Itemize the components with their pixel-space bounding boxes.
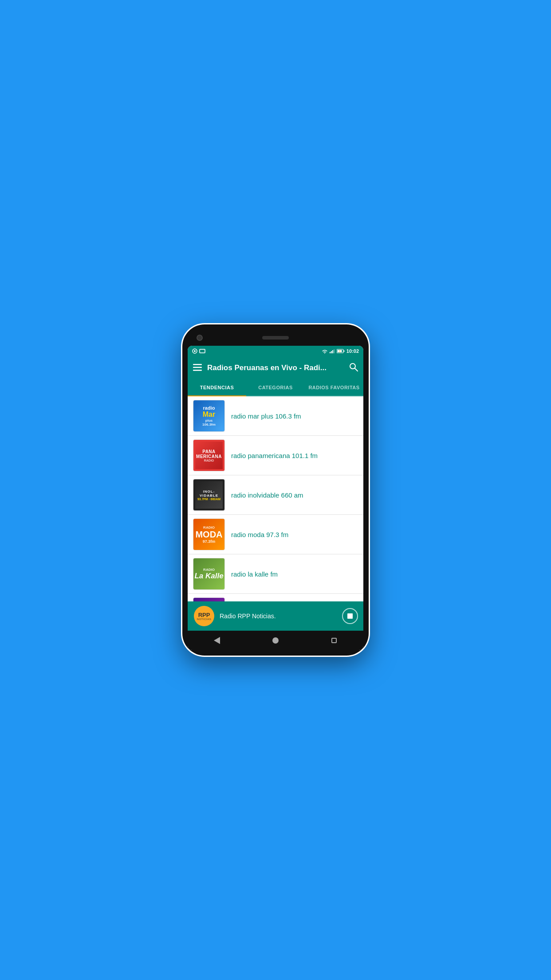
svg-rect-4 — [330, 352, 331, 353]
tab-radios-favoritas[interactable]: RADIOS FAVORITAS — [305, 379, 363, 395]
svg-rect-5 — [331, 351, 332, 353]
radio-name: radio inolvidable 660 am — [231, 491, 303, 499]
recents-icon — [331, 638, 337, 643]
list-item[interactable]: RADIO La Kalle radio la kalle fm — [188, 554, 363, 594]
back-icon — [214, 637, 220, 644]
radio-logo-moda: RADIO MODA 97.3fm — [193, 518, 225, 550]
status-left — [192, 348, 205, 354]
svg-rect-6 — [332, 350, 333, 353]
sim-icon — [199, 349, 205, 353]
speaker — [262, 336, 289, 340]
radio-list: radio Mar plus 106.3fm radio mar plus 10… — [188, 396, 363, 601]
now-playing-bar[interactable]: RPP NOTICIAS Radio RPP Noticias. — [188, 601, 363, 631]
wifi-icon — [322, 349, 328, 354]
svg-rect-12 — [193, 364, 202, 365]
list-item[interactable]: RADIO MODA 97.3fm radio moda 97.3 fm — [188, 515, 363, 554]
tab-categorias[interactable]: CATEGORIAS — [246, 379, 305, 395]
list-item[interactable]: radio Mar plus 106.3fm radio mar plus 10… — [188, 396, 363, 436]
nav-home-button[interactable] — [270, 635, 281, 646]
radio-name: radio moda 97.3 fm — [231, 531, 288, 538]
tab-tendencias[interactable]: TENDENCIAS — [188, 379, 246, 395]
svg-line-16 — [355, 368, 358, 371]
status-bar: 10:02 — [188, 346, 363, 356]
svg-rect-9 — [343, 351, 344, 352]
phone-top-area — [188, 330, 363, 346]
list-item[interactable]: INOL-VIDABLE 93.7FM · 660AM radio inolvi… — [188, 475, 363, 515]
nav-recents-button[interactable] — [329, 635, 339, 646]
nav-back-button[interactable] — [212, 635, 222, 646]
battery-icon — [337, 349, 345, 353]
radio-name: radio mar plus 106.3 fm — [231, 412, 301, 420]
svg-point-1 — [194, 350, 196, 352]
radio-logo-oxigeno: oxigeno — [193, 597, 225, 601]
svg-rect-14 — [193, 370, 202, 371]
rpp-noticias-text: NOTICIAS — [197, 618, 211, 620]
radio-logo-mar: radio Mar plus 106.3fm — [193, 400, 225, 432]
radio-name: radio panamericana 101.1 fm — [231, 452, 318, 459]
bottom-nav — [188, 631, 363, 650]
phone-frame: 10:02 Radios Peruanas en Vivo - Radi... — [182, 324, 369, 656]
signal-status-icon — [192, 348, 197, 354]
svg-rect-13 — [193, 367, 202, 368]
home-icon — [272, 637, 279, 644]
time-display: 10:02 — [346, 348, 359, 354]
now-playing-logo: RPP NOTICIAS — [193, 605, 215, 627]
radio-logo-panamericana: PANAMERICANA RADIO — [193, 439, 225, 471]
svg-rect-7 — [334, 349, 335, 353]
list-item[interactable]: oxigeno radio oxigeno 102.1 fm — [188, 594, 363, 601]
app-title: Radios Peruanas en Vivo - Radi... — [207, 364, 344, 372]
list-item[interactable]: PANAMERICANA RADIO radio panamericana 10… — [188, 436, 363, 475]
stop-icon — [347, 613, 353, 619]
search-button[interactable] — [349, 363, 358, 374]
phone-screen: 10:02 Radios Peruanas en Vivo - Radi... — [188, 346, 363, 650]
svg-point-15 — [350, 364, 355, 369]
radio-logo-lakalle: RADIO La Kalle — [193, 558, 225, 590]
rpp-logo: RPP NOTICIAS — [194, 606, 214, 626]
rpp-text: RPP — [198, 612, 210, 618]
svg-rect-3 — [200, 350, 205, 352]
menu-button[interactable] — [193, 364, 202, 372]
cell-signal-icon — [330, 349, 335, 353]
app-bar: Radios Peruanas en Vivo - Radi... — [188, 356, 363, 379]
now-playing-title: Radio RPP Noticias. — [220, 612, 338, 620]
hamburger-icon — [193, 364, 202, 371]
radio-name: radio la kalle fm — [231, 570, 278, 578]
stop-button[interactable] — [342, 608, 358, 624]
front-camera — [197, 335, 203, 341]
status-right: 10:02 — [322, 348, 359, 354]
search-icon — [349, 363, 358, 371]
radio-logo-inolvidable: INOL-VIDABLE 93.7FM · 660AM — [193, 479, 225, 511]
tab-bar: TENDENCIAS CATEGORIAS RADIOS FAVORITAS — [188, 379, 363, 396]
